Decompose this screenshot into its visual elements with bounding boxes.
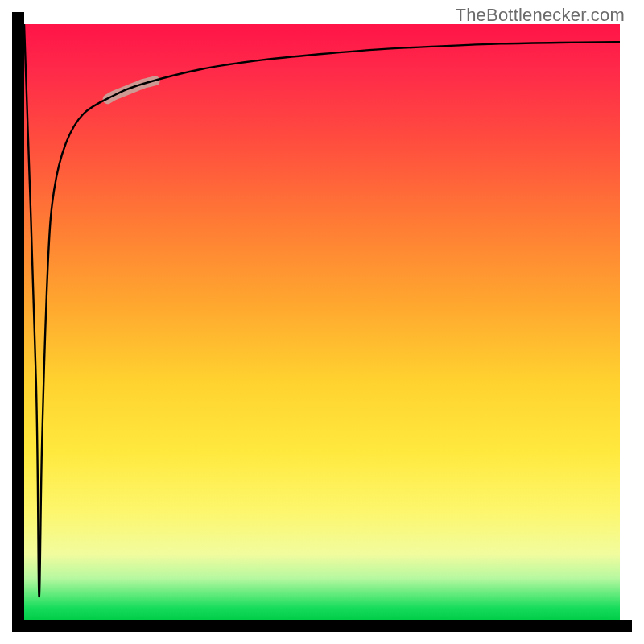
plot-svg [24, 24, 620, 620]
y-axis [12, 12, 24, 632]
plot-area [24, 24, 620, 620]
bottleneck-curve [24, 24, 620, 597]
watermark-text: TheBottlenecker.com [456, 5, 625, 26]
chart-frame: TheBottlenecker.com [0, 0, 644, 644]
curve-highlight-segment [108, 80, 155, 99]
x-axis [12, 620, 632, 632]
